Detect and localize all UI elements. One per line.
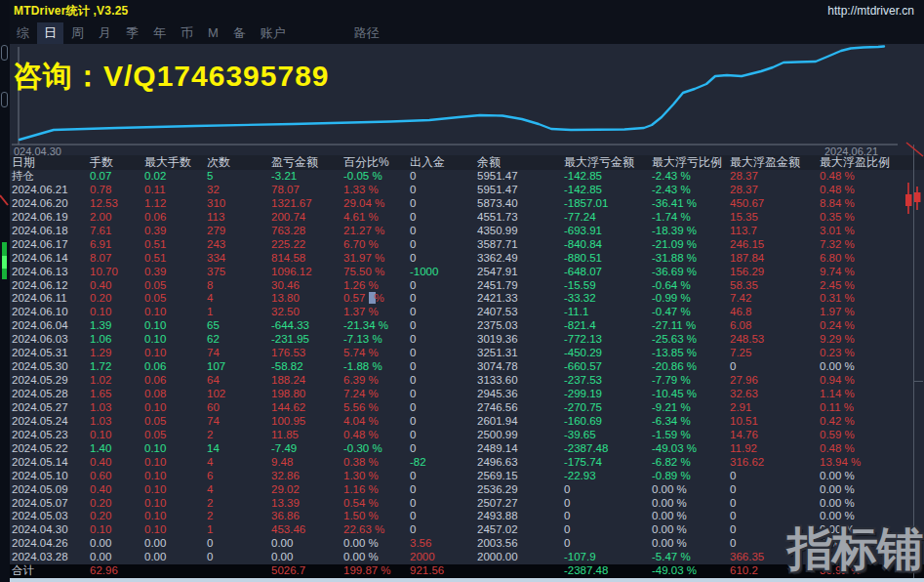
table-row[interactable]: 2024.05.301.720.06107-58.82-1.88 %03074.… bbox=[0, 360, 924, 374]
table-row[interactable]: 2024.06.100.100.10132.501.37 %02407.53-1… bbox=[0, 306, 924, 319]
table-row[interactable]: 2024.05.230.100.05211.850.48 %02500.99-3… bbox=[0, 429, 924, 442]
value-cell: 375 bbox=[207, 266, 271, 279]
value-cell: 36.86 bbox=[271, 510, 343, 523]
table-row[interactable]: 2024.06.031.060.1062-231.95-7.13 %03019.… bbox=[0, 333, 924, 347]
column-header[interactable]: 盈亏金额 bbox=[271, 155, 343, 170]
value-cell: -58.82 bbox=[271, 360, 343, 374]
value-cell: 5951.47 bbox=[477, 184, 564, 197]
value-cell: 0.10 bbox=[144, 306, 207, 319]
menu-item-M[interactable]: M bbox=[201, 23, 225, 42]
date-cell: 2024.06.04 bbox=[12, 319, 90, 333]
value-cell: 28.37 bbox=[730, 170, 820, 184]
value-cell: 100.95 bbox=[271, 415, 343, 429]
column-header[interactable]: 出入金 bbox=[410, 155, 477, 170]
value-cell: 0.78 bbox=[90, 184, 144, 197]
value-cell: -3.21 bbox=[271, 170, 343, 184]
value-cell: 46.8 bbox=[730, 306, 820, 319]
column-header[interactable]: 最大手数 bbox=[144, 155, 207, 170]
table-row[interactable]: 2024.04.260.000.0000.000.00 %3.562003.56… bbox=[0, 537, 924, 551]
table-row[interactable]: 2024.06.1310.700.393751096.1275.50 %-100… bbox=[0, 266, 924, 279]
table-row[interactable]: 2024.05.271.030.1060144.625.56 %02746.56… bbox=[0, 401, 924, 415]
value-cell: 0 bbox=[410, 279, 477, 293]
table-row[interactable]: 2024.06.187.610.39279763.2821.27 %04350.… bbox=[0, 225, 924, 238]
table-row[interactable]: 2024.05.291.020.0664188.246.39 %03133.60… bbox=[0, 374, 924, 388]
table-row-total[interactable]: 合计62.965026.7199.87 %921.56-2387.48-49.0… bbox=[0, 564, 924, 578]
column-header[interactable]: 百分比% bbox=[343, 155, 410, 170]
value-cell: 3.01 % bbox=[820, 225, 924, 238]
value-cell: 0.00 % bbox=[652, 510, 730, 523]
column-header[interactable]: 余额 bbox=[477, 155, 564, 170]
column-header[interactable]: 手数 bbox=[90, 155, 144, 170]
table-row[interactable]: 2024.05.070.200.10213.390.54 %02507.2700… bbox=[0, 497, 924, 511]
table-row[interactable]: 2024.06.120.400.05830.461.26 %02451.79-1… bbox=[0, 279, 924, 293]
value-cell: 1.03 bbox=[90, 415, 144, 429]
menu-item-币[interactable]: 币 bbox=[174, 22, 200, 44]
table-row[interactable]: 2024.06.110.200.05413.800.57 %02421.33-3… bbox=[0, 292, 924, 306]
value-cell: 6 bbox=[207, 470, 271, 483]
value-cell: 2375.03 bbox=[477, 319, 564, 333]
menu-item-path[interactable]: 路径 bbox=[354, 24, 380, 42]
table-row[interactable]: 2024.03.280.000.0000.000.00 %20002000.00… bbox=[0, 551, 924, 564]
value-cell: 0.10 bbox=[90, 429, 144, 442]
value-cell: 0.10 bbox=[90, 523, 144, 537]
value-cell: 6.39 % bbox=[343, 374, 410, 388]
bottom-window-edge bbox=[0, 578, 924, 582]
table-row[interactable]: 2024.04.300.100.101453.4622.63 %02457.02… bbox=[0, 523, 924, 537]
value-cell: 0 bbox=[410, 497, 477, 511]
table-row[interactable]: 2024.05.311.290.1074176.535.74 %03251.31… bbox=[0, 347, 924, 360]
table-row[interactable]: 2024.05.100.600.10632.861.30 %02569.15-2… bbox=[0, 470, 924, 483]
menu-item-年[interactable]: 年 bbox=[146, 22, 173, 44]
table-row[interactable]: 2024.06.192.000.06113200.744.61 %04551.7… bbox=[0, 211, 924, 225]
column-header[interactable]: 日期 bbox=[12, 155, 90, 170]
value-cell: 0.06 bbox=[144, 360, 207, 374]
value-cell: 188.24 bbox=[271, 374, 343, 388]
column-header[interactable]: 最大浮亏比例 bbox=[652, 155, 730, 170]
table-row[interactable]: 2024.05.090.400.10429.021.16 %02536.2900… bbox=[0, 483, 924, 497]
menu-item-备[interactable]: 备 bbox=[226, 22, 253, 44]
date-cell: 2024.06.03 bbox=[12, 333, 90, 347]
date-cell: 2024.06.13 bbox=[12, 266, 90, 279]
right-axis-tick bbox=[913, 381, 923, 382]
column-header[interactable]: 次数 bbox=[207, 155, 271, 170]
menu-item-综[interactable]: 综 bbox=[10, 22, 36, 44]
table-row[interactable]: 2024.05.030.200.10236.861.50 %02493.8800… bbox=[0, 510, 924, 523]
table-row[interactable]: 2024.05.281.650.08102198.807.24 %02945.3… bbox=[0, 388, 924, 401]
value-cell: 2000.00 bbox=[477, 551, 564, 564]
value-cell: 2500.99 bbox=[477, 429, 564, 442]
table-row[interactable]: 2024.05.241.030.0574100.954.04 %02601.94… bbox=[0, 415, 924, 429]
value-cell: 1.26 % bbox=[343, 279, 410, 293]
date-cell: 2024.06.11 bbox=[12, 292, 90, 306]
table-row[interactable]: 2024.06.148.070.51334814.5831.97 %03362.… bbox=[0, 252, 924, 266]
value-cell: 0.10 bbox=[144, 319, 207, 333]
menu-item-周[interactable]: 周 bbox=[64, 22, 91, 44]
column-header[interactable]: 最大浮亏金额 bbox=[564, 155, 652, 170]
value-cell: 0 bbox=[564, 483, 652, 497]
value-cell: 187.84 bbox=[730, 252, 820, 266]
menu-item-季[interactable]: 季 bbox=[119, 22, 145, 44]
value-cell: -880.51 bbox=[564, 252, 652, 266]
table-row[interactable]: 2024.06.176.910.51243225.226.70 %03587.7… bbox=[0, 238, 924, 252]
value-cell: 29.02 bbox=[271, 483, 343, 497]
left-edge-strip bbox=[0, 0, 10, 582]
table-row[interactable]: 2024.06.041.390.1065-644.33-21.34 %02375… bbox=[0, 319, 924, 333]
value-cell: 1.72 bbox=[90, 360, 144, 374]
value-cell: 78.07 bbox=[271, 184, 343, 197]
value-cell: -450.29 bbox=[564, 347, 652, 360]
table-row[interactable]: 持仓0.070.025-3.21-0.05 %05951.47-142.85-2… bbox=[0, 170, 924, 184]
table-row[interactable]: 2024.06.2012.531.123101321.6729.04 %0587… bbox=[0, 197, 924, 211]
menu-item-日[interactable]: 日 bbox=[37, 22, 63, 44]
left-green-volume-bar-bright bbox=[2, 256, 7, 269]
value-cell: 200.74 bbox=[271, 211, 343, 225]
left-scroll-handle-icon[interactable] bbox=[1, 45, 8, 61]
vendor-url[interactable]: http://mtdriver.cn bbox=[827, 4, 914, 18]
date-cell: 2024.05.10 bbox=[12, 470, 90, 483]
left-scroll-handle-icon[interactable] bbox=[1, 92, 8, 107]
table-row[interactable]: 2024.06.210.780.113278.071.33 %05951.47-… bbox=[0, 184, 924, 197]
column-header[interactable]: 最大浮盈金额 bbox=[730, 155, 820, 170]
table-row[interactable]: 2024.05.221.400.1014-7.49-0.30 %02489.14… bbox=[0, 442, 924, 456]
menu-item-账户[interactable]: 账户 bbox=[254, 22, 293, 44]
menu-item-月[interactable]: 月 bbox=[92, 22, 118, 44]
table-row[interactable]: 2024.05.140.400.1049.480.38 %-822496.63-… bbox=[0, 456, 924, 470]
value-cell: 2489.14 bbox=[477, 442, 564, 456]
value-cell: 0.10 bbox=[90, 306, 144, 319]
